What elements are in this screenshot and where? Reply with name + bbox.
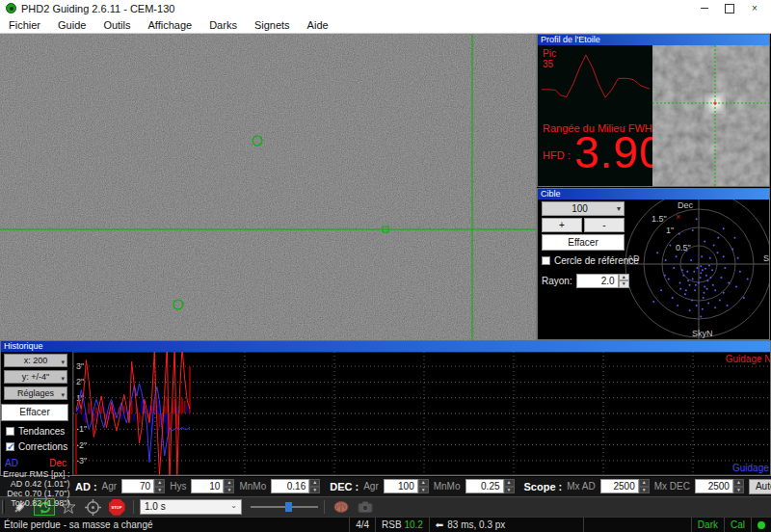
history-xscale-button[interactable]: x: 200▾ [4, 354, 67, 367]
guide-scatter-point [673, 266, 675, 268]
target-clear-button[interactable]: Effacer [542, 234, 625, 251]
spin-down-icon[interactable]: ▼ [639, 487, 650, 494]
guide-scatter-point [696, 304, 698, 306]
guide-scatter-point [700, 315, 702, 317]
toolbar-separator [133, 500, 134, 514]
maximize-button[interactable] [717, 1, 742, 16]
guide-scatter-point [714, 289, 716, 291]
max-ra-duration-input[interactable]: 2500▲▼ [600, 479, 650, 493]
guide-scatter-point [682, 274, 684, 276]
snr-indicator: RSB 10.2 [375, 518, 429, 532]
target-zoom-out-button[interactable]: - [584, 218, 625, 232]
history-yscale-button[interactable]: y: +/-4"▾ [4, 370, 67, 384]
start-guiding-button[interactable] [82, 498, 103, 516]
guide-scatter-point [700, 277, 702, 279]
svg-text:Dec: Dec [678, 200, 694, 210]
radius-stepper[interactable]: 2.0 ▲▼ [576, 274, 629, 288]
exposure-select[interactable]: 1.0 s ⌄ [140, 499, 242, 515]
target-zoom-in-button[interactable]: + [542, 218, 582, 232]
ra-hysteresis-input[interactable]: 10▲▼ [191, 479, 234, 493]
guide-scatter-point [687, 279, 689, 281]
history-settings-button[interactable]: Réglages▾ [4, 386, 67, 400]
spin-up-icon[interactable]: ▲ [619, 274, 629, 281]
history-panel: Historique x: 200▾ y: +/-4"▾ Réglages▾ E… [0, 340, 771, 476]
menu-item-outils[interactable]: Outils [94, 18, 139, 32]
phd2-app-icon [6, 3, 16, 13]
status-message: Étoile perdue - sa masse a changé [0, 519, 349, 530]
spin-up-icon[interactable]: ▲ [639, 479, 650, 487]
radius-label: Rayon: [542, 276, 572, 286]
guide-scatter-point [672, 297, 674, 299]
menu-item-guide[interactable]: Guide [49, 18, 94, 32]
spin-down-icon[interactable]: ▼ [154, 487, 165, 494]
guide-target-icon [85, 499, 101, 516]
guide-scatter-point [679, 281, 681, 283]
reference-circle-checkbox[interactable] [542, 256, 550, 265]
spin-down-icon[interactable]: ▼ [309, 487, 320, 494]
guide-scatter-point [743, 297, 745, 299]
trends-checkbox[interactable] [6, 427, 14, 436]
guide-scatter-point [656, 252, 658, 253]
target-zoom-select[interactable]: 100▾ [542, 201, 625, 216]
camera-properties-button[interactable] [355, 498, 376, 516]
spin-down-icon[interactable]: ▼ [619, 280, 629, 288]
spin-up-icon[interactable]: ▲ [154, 479, 165, 487]
ra-minmove-label: MnMo [239, 481, 266, 492]
menu-item-signets[interactable]: Signets [246, 18, 299, 32]
chevron-down-icon: ⌄ [230, 501, 237, 514]
advanced-settings-button[interactable] [331, 498, 352, 516]
spin-up-icon[interactable]: ▲ [504, 479, 515, 487]
guide-scatter-point [702, 307, 704, 309]
max-dec-duration-input[interactable]: 2500▲▼ [695, 479, 744, 493]
menu-item-aide[interactable]: Aide [299, 18, 337, 32]
guide-scatter-point [685, 289, 687, 291]
guide-scatter-point [652, 301, 654, 303]
dec-minmove-input[interactable]: 0.25▲▼ [465, 479, 515, 493]
guide-scatter-point [700, 272, 702, 274]
menu-item-darks[interactable]: Darks [200, 18, 246, 32]
guide-scatter-point [705, 267, 706, 269]
guide-scatter-point [720, 277, 722, 279]
ra-minmove-input[interactable]: 0.16▲▼ [271, 479, 320, 493]
guide-scatter-point [686, 250, 688, 252]
guide-params-bar: AD :Agr70▲▼Hys10▲▼MnMo0.16▲▼DEC :Agr100▲… [0, 476, 771, 497]
guide-scatter-point [713, 244, 715, 246]
dec-aggression-input[interactable]: 100▲▼ [384, 479, 429, 493]
rms-dec: Dec 0.70 (1.70") [3, 489, 70, 498]
excluded-point-x: × [676, 212, 680, 222]
guide-scatter-point [692, 278, 694, 279]
slider-thumb[interactable] [285, 502, 292, 512]
guide-camera-image[interactable] [0, 34, 537, 340]
ra-aggression-input[interactable]: 70▲▼ [121, 479, 165, 493]
hfd-value: 3.90 [574, 126, 665, 178]
guide-scatter-point [668, 278, 670, 279]
stop-button[interactable]: STOP [106, 498, 127, 516]
guide-scatter-point [712, 283, 714, 285]
spin-down-icon[interactable]: ▼ [224, 487, 234, 494]
guide-scatter-point [731, 248, 733, 250]
menu-item-affichage[interactable]: Affichage [140, 18, 201, 32]
history-clear-button[interactable]: Effacer [1, 404, 68, 421]
guide-scatter-point [717, 252, 719, 253]
spin-down-icon[interactable]: ▼ [504, 487, 515, 494]
guide-scatter-point [707, 302, 709, 304]
brain-icon [333, 500, 349, 514]
spin-up-icon[interactable]: ▲ [309, 479, 320, 487]
rms-header: Erreur RMS [px] : [3, 469, 70, 479]
spin-down-icon[interactable]: ▼ [733, 487, 744, 494]
gamma-slider[interactable] [251, 499, 318, 515]
svg-text:2": 2" [76, 377, 84, 386]
guide-scatter-point [704, 285, 705, 287]
guide-scatter-point [735, 285, 737, 287]
ra-hysteresis-input-value: 10 [191, 479, 224, 493]
guide-scatter-point [709, 277, 711, 279]
spin-up-icon[interactable]: ▲ [418, 479, 429, 487]
dec-guide-mode-select[interactable]: Auto⌄ [749, 479, 771, 494]
menu-item-fichier[interactable]: Fichier [0, 18, 49, 32]
spin-down-icon[interactable]: ▼ [418, 487, 429, 494]
spin-up-icon[interactable]: ▲ [224, 479, 234, 487]
corrections-checkbox[interactable] [6, 442, 14, 451]
minimize-button[interactable] [692, 1, 717, 16]
close-button[interactable]: × [742, 1, 767, 16]
spin-up-icon[interactable]: ▲ [733, 479, 744, 487]
